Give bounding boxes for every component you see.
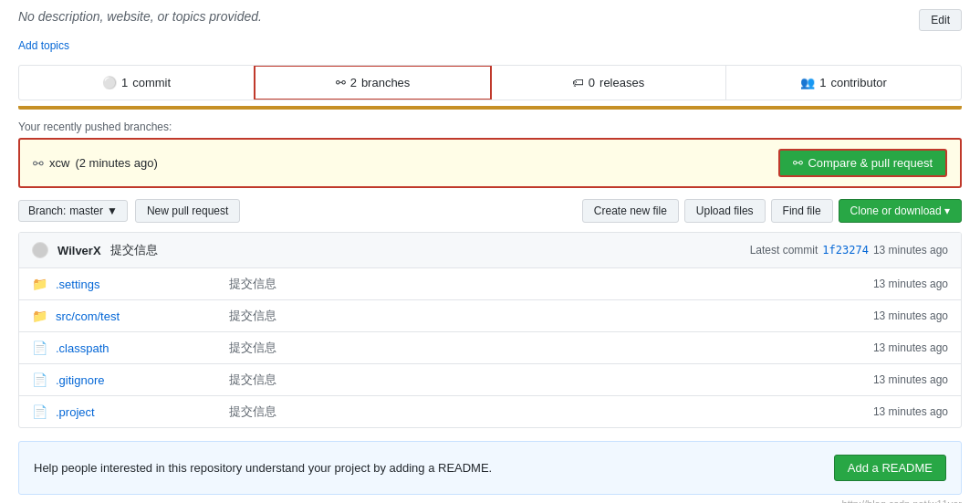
file-name-link[interactable]: .project: [56, 405, 220, 419]
file-time: 13 minutes ago: [873, 341, 948, 354]
stat-releases[interactable]: 🏷 0 releases: [491, 66, 726, 100]
file-name-link[interactable]: .settings: [56, 278, 220, 291]
stat-contributors[interactable]: 👥 1 contributor: [726, 66, 961, 100]
recently-pushed-section: Your recently pushed branches: ⚯ xcw (2 …: [18, 121, 962, 188]
compare-pull-request-button[interactable]: ⚯ Compare & pull request: [778, 149, 947, 177]
readme-banner-text: Help people interested in this repositor…: [34, 461, 492, 475]
file-icon: 📄: [32, 404, 47, 419]
branch-small-icon: ⚯: [33, 156, 44, 171]
recently-pushed-label: Your recently pushed branches:: [18, 121, 962, 133]
commit-author: WilverX: [57, 244, 101, 257]
file-time: 13 minutes ago: [873, 309, 948, 322]
compare-pr-label: Compare & pull request: [808, 156, 933, 170]
branch-icon: ⚯: [336, 76, 346, 89]
tag-icon: 🏷: [572, 76, 584, 89]
table-row: 📄.project提交信息13 minutes ago: [19, 396, 961, 427]
file-commit-message: 提交信息: [229, 372, 864, 388]
description-row: No description, website, or topics provi…: [18, 9, 962, 31]
chevron-down-icon: ▼: [107, 204, 118, 217]
branch-name-info: ⚯ xcw (2 minutes ago): [33, 156, 158, 171]
latest-commit-info: Latest commit 1f23274 13 minutes ago: [750, 244, 948, 257]
new-pull-request-button[interactable]: New pull request: [135, 199, 240, 223]
action-bar: Branch: master ▼ New pull request Create…: [18, 199, 962, 223]
pushed-branch-name: xcw: [49, 156, 69, 170]
pushed-branch-time: (2 minutes ago): [75, 156, 157, 170]
stat-releases-count: 0: [589, 76, 595, 89]
stat-branches-count: 2: [350, 76, 357, 89]
readme-banner: Help people interested in this repositor…: [18, 441, 962, 495]
file-commit-message: 提交信息: [229, 340, 864, 356]
stat-contributors-count: 1: [819, 76, 826, 89]
people-icon: 👥: [800, 76, 815, 89]
table-row: 📁.settings提交信息13 minutes ago: [19, 268, 961, 300]
file-commit-message: 提交信息: [229, 403, 864, 420]
stat-branches-label: branches: [361, 76, 410, 89]
add-topics-link[interactable]: Add topics: [18, 39, 69, 52]
file-icon: 📄: [32, 341, 47, 355]
table-row: 📁src/com/test提交信息13 minutes ago: [19, 300, 961, 332]
file-time: 13 minutes ago: [873, 373, 948, 386]
stat-commits-count: 1: [121, 76, 128, 89]
find-file-button[interactable]: Find file: [771, 199, 833, 223]
branch-selector-prefix: Branch:: [28, 204, 66, 217]
action-bar-right: Create new file Upload files Find file C…: [582, 199, 962, 223]
action-bar-left: Branch: master ▼ New pull request: [18, 199, 240, 223]
file-time: 13 minutes ago: [873, 405, 948, 418]
branch-selector-value: master: [69, 204, 103, 217]
table-row: 📄.gitignore提交信息13 minutes ago: [19, 364, 961, 396]
stat-releases-label: releases: [599, 76, 644, 89]
stat-commits[interactable]: ⚪ 1 commit: [19, 66, 255, 100]
stat-branches[interactable]: ⚯ 2 branches: [254, 65, 492, 100]
orange-accent-bar: [18, 106, 962, 110]
folder-icon: 📁: [32, 277, 47, 291]
latest-commit-prefix: Latest commit: [750, 244, 818, 257]
avatar: [32, 242, 48, 258]
edit-button[interactable]: Edit: [919, 9, 962, 31]
table-row: 📄.classpath提交信息13 minutes ago: [19, 332, 961, 364]
stat-contributors-label: contributor: [830, 76, 886, 89]
commit-icon: ⚪: [102, 76, 117, 89]
file-name-link[interactable]: src/com/test: [56, 309, 220, 323]
file-time: 13 minutes ago: [873, 278, 948, 290]
file-icon: 📄: [32, 372, 47, 387]
folder-icon: 📁: [32, 309, 47, 323]
add-readme-button[interactable]: Add a README: [834, 455, 946, 481]
file-name-link[interactable]: .gitignore: [56, 373, 220, 387]
stats-bar: ⚪ 1 commit ⚯ 2 branches 🏷 0 releases 👥 1…: [18, 65, 962, 100]
file-commit-message: 提交信息: [229, 276, 864, 292]
stat-commits-label: commit: [132, 76, 171, 89]
create-new-file-button[interactable]: Create new file: [582, 199, 679, 223]
upload-files-button[interactable]: Upload files: [684, 199, 766, 223]
pushed-branch-row: ⚯ xcw (2 minutes ago) ⚯ Compare & pull r…: [18, 138, 962, 188]
file-name-link[interactable]: .classpath: [56, 341, 220, 355]
branch-selector[interactable]: Branch: master ▼: [18, 200, 128, 222]
commit-hash-link[interactable]: 1f23274: [822, 244, 869, 257]
watermark: http://blog.csdn.net/w11ver: [18, 498, 962, 503]
repo-description: No description, website, or topics provi…: [18, 9, 262, 24]
clone-download-button[interactable]: Clone or download ▾: [839, 199, 962, 223]
file-table: WilverX 提交信息 Latest commit 1f23274 13 mi…: [18, 232, 962, 428]
commit-time: 13 minutes ago: [873, 244, 948, 257]
file-rows-container: 📁.settings提交信息13 minutes ago📁src/com/tes…: [19, 268, 961, 427]
commit-message-header: 提交信息: [110, 242, 158, 258]
pr-icon: ⚯: [793, 156, 803, 170]
file-commit-message: 提交信息: [229, 308, 864, 324]
file-table-header: WilverX 提交信息 Latest commit 1f23274 13 mi…: [19, 233, 961, 268]
